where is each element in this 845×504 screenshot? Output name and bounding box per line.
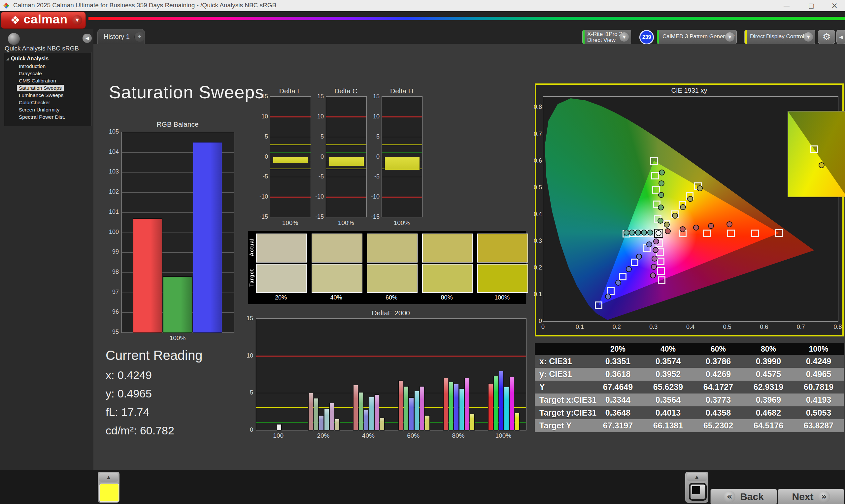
delta-ytick: 15: [366, 93, 380, 100]
toolbar-collapse-icon[interactable]: ◀: [837, 30, 845, 44]
sidebar-item-grayscale[interactable]: Grayscale: [17, 70, 44, 77]
sidebar-collapse-icon[interactable]: ◀: [83, 34, 92, 43]
minimize-button[interactable]: —: [779, 1, 794, 11]
deltae-bar: [459, 389, 464, 430]
limit-line-green: [382, 152, 422, 153]
settings-gear-icon[interactable]: ⚙: [818, 30, 835, 44]
sidebar-item-luminance-sweeps[interactable]: Luminance Sweeps: [17, 92, 65, 98]
table-row-label: Target y:CIE31: [535, 407, 597, 419]
table-row-label: Y: [535, 381, 597, 394]
tab-history[interactable]: History 1 +: [98, 29, 145, 44]
swatch-col-label: 40%: [312, 294, 361, 302]
calman-logo-text: calman: [23, 13, 68, 26]
active-pattern-swatch[interactable]: [99, 484, 119, 502]
tree-expander-icon[interactable]: ◢: [6, 57, 9, 61]
title-bar: Calman 2025 Calman Ultimate for Business…: [0, 0, 845, 11]
delta-ytick: 0: [310, 154, 324, 160]
deltae-bar: [488, 383, 493, 430]
workflow-tree: ◢ Quick Analysis IntroductionGrayscaleCM…: [4, 52, 91, 126]
delta-ytick: -5: [366, 173, 380, 180]
limit-line-green: [270, 152, 311, 153]
delta-ytick: -15: [310, 213, 324, 220]
limit-line-green: [326, 152, 366, 153]
cie-xtick: 0.5: [717, 324, 737, 330]
tree-root-node[interactable]: Quick Analysis: [11, 56, 49, 62]
deltae-bar: [448, 382, 454, 430]
close-button[interactable]: ×: [827, 1, 842, 11]
cie-measured-green: [657, 218, 664, 223]
rgb-ytick: 102: [102, 188, 119, 195]
meter-name: X-Rite i1Pro 2: [587, 31, 622, 38]
table-row: y: CIE310.36180.39520.42690.45750.4965: [535, 368, 844, 381]
rgb-bar-red: [133, 218, 162, 333]
cie-zoom-inset: [788, 111, 845, 197]
actual-swatch-80%: [422, 234, 473, 263]
delta-c-chart: [326, 96, 367, 217]
delta-ytick: 0: [254, 154, 268, 160]
limit-line-red: [382, 116, 422, 118]
table-row: x: CIE310.33510.35740.37860.39900.4249: [535, 355, 844, 368]
deltae-bar: [364, 410, 369, 430]
deltae-bar: [499, 371, 504, 430]
delta-x-label: 100%: [270, 219, 310, 227]
back-button[interactable]: « Back: [710, 489, 777, 504]
delta-ytick: -5: [254, 173, 268, 180]
meter-reading-badge[interactable]: 239: [639, 30, 654, 44]
display-control-dropdown[interactable]: Direct Display Control ▼: [744, 30, 815, 44]
table-header-cell: 100%: [793, 343, 844, 355]
target-swatch-100%: [477, 264, 528, 293]
pattern-generator-dropdown[interactable]: CalMED 3 Pattern Generator ▼: [657, 30, 737, 44]
display-status-indicator: [745, 30, 746, 44]
cie-xtick: 0.1: [570, 324, 590, 330]
cie-measured-red: [665, 228, 671, 234]
deltae-bar: [358, 392, 364, 430]
table-row: Y67.464965.623964.172762.931960.7819: [535, 381, 844, 394]
delta-gridline: [382, 177, 422, 177]
table-row: Target Y67.319766.138165.230264.517663.8…: [535, 419, 844, 432]
current-reading-1: y: 0.4965: [106, 387, 152, 400]
workflow-orb-button[interactable]: [8, 33, 20, 45]
sidebar-item-saturation-sweeps[interactable]: Saturation Sweeps: [17, 85, 64, 91]
back-chevron-icon: «: [723, 491, 735, 503]
cie-measured-magenta: [653, 247, 658, 253]
next-button[interactable]: Next »: [778, 489, 844, 504]
sidebar-item-spectral-power-dist-[interactable]: Spectral Power Dist.: [17, 114, 67, 120]
delta-ytick: -5: [310, 173, 324, 180]
delta-title-2: Delta H: [375, 87, 428, 95]
target-swatch-80%: [422, 264, 473, 293]
sidebar-item-colorchecker[interactable]: ColorChecker: [17, 99, 52, 106]
display-control-name: Direct Display Control: [750, 33, 804, 40]
de-gridline: [256, 393, 526, 393]
cie-chart: [543, 96, 839, 322]
restore-button[interactable]: ▢: [804, 1, 819, 11]
table-header-cell: 20%: [593, 343, 643, 355]
delta-ytick: 15: [254, 93, 268, 100]
delta-ytick: 15: [310, 93, 324, 100]
table-value-cell: 0.3564: [643, 394, 693, 407]
generator-status-indicator: [657, 30, 659, 44]
cie-1931-panel[interactable]: CIE 1931 xy 00.10.20.30.40.50.60.70.800.…: [535, 84, 844, 337]
transport-panel-up-icon[interactable]: ▲: [687, 473, 707, 481]
deltae-bar: [504, 387, 509, 430]
sidebar-item-introduction[interactable]: Introduction: [17, 63, 48, 70]
rgb-ytick: 95: [102, 328, 119, 335]
delta-ytick: 10: [254, 113, 268, 120]
cie-xtick: 0.7: [791, 324, 811, 330]
tab-history-label: History 1: [104, 33, 130, 40]
delta-ytick: -10: [366, 193, 380, 200]
add-tab-button[interactable]: +: [134, 32, 145, 42]
pattern-side-panel: ▲: [98, 472, 120, 503]
table-row: Target y:CIE310.36480.40130.43580.46820.…: [535, 407, 844, 419]
cie-measured-magenta: [651, 264, 657, 270]
meter-dropdown[interactable]: X-Rite i1Pro 2 Direct View ▼: [582, 30, 631, 44]
cie-ytick: 0.3: [531, 237, 542, 244]
cie-target-red: [751, 230, 759, 237]
swatch-col-label: 60%: [367, 294, 416, 302]
sidebar-item-screen-uniformity[interactable]: Screen Uniformity: [17, 107, 61, 113]
cie-inset-target-square: [810, 145, 818, 153]
de-x-label: 40%: [352, 432, 385, 439]
calman-menu-button[interactable]: ❖ calman ▼: [1, 12, 86, 29]
sidebar-item-cms-calibration[interactable]: CMS Calibration: [17, 77, 58, 84]
table-value-cell: 64.1727: [693, 381, 743, 394]
pattern-panel-up-icon[interactable]: ▲: [99, 473, 118, 482]
